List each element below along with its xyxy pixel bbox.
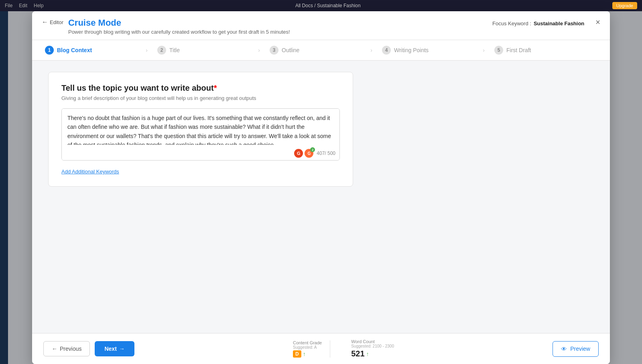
step-5-label: First Draft [506, 47, 531, 53]
char-count: 407/ 500 [317, 150, 335, 156]
footer-nav: ← Previous Next → [43, 341, 134, 356]
cruise-mode-modal: ← Editor Cruise Mode Power through blog … [32, 11, 610, 364]
step-3-chevron: › [370, 47, 372, 53]
word-count-suggested: Suggested: 2100 - 2300 [351, 344, 394, 348]
step-1-label: Blog Context [57, 47, 92, 53]
step-2-number: 2 [157, 46, 166, 55]
add-keywords-link[interactable]: Add Additional Keywords [61, 169, 119, 175]
content-grade-label: Content Grade [293, 340, 322, 345]
focus-keyword-value: Sustainable Fashion [534, 20, 584, 26]
word-count-value: 521 [351, 349, 364, 358]
step-4-label: Writing Points [394, 47, 429, 53]
step-2-chevron: › [258, 47, 260, 53]
step-outline[interactable]: 3 Outline › [265, 40, 377, 60]
content-grade-suggested: Suggested: A [293, 345, 317, 350]
step-title[interactable]: 2 Title › [152, 40, 265, 60]
textarea-footer: G G 2 407/ 500 [62, 146, 339, 160]
word-count-value-block: 521 ↑ [351, 349, 369, 358]
footer-metrics: Content Grade Suggested: A D ↑ Word Coun… [285, 339, 402, 358]
grammarly-g-icon: G [294, 149, 303, 158]
modal-title-block: Cruise Mode Power through blog writing w… [68, 18, 290, 35]
prev-arrow-icon: ← [52, 346, 57, 352]
back-label: Editor [50, 19, 63, 25]
grammarly-g2-icon: G 2 [305, 149, 313, 158]
focus-keyword-label: Focus Keyword : [492, 20, 531, 26]
top-bar-menu: File Edit Help [5, 3, 44, 8]
breadcrumb: All Docs / Sustainable Fashion [295, 3, 361, 8]
content-grade-value: D ↑ [293, 350, 306, 358]
top-bar: File Edit Help All Docs / Sustainable Fa… [0, 0, 642, 11]
menu-help[interactable]: Help [34, 3, 44, 8]
grammarly-badge: 2 [310, 147, 315, 152]
step-1-number: 1 [45, 46, 54, 55]
topic-description: Giving a brief description of your blog … [61, 95, 340, 101]
word-count-metric: Word Count Suggested: 2100 - 2300 521 ↑ [343, 339, 402, 358]
step-3-label: Outline [282, 47, 299, 53]
word-count-up-icon: ↑ [366, 351, 369, 357]
next-button[interactable]: Next → [95, 341, 134, 356]
footer-right: 👁 Preview [553, 341, 599, 357]
grade-badge: D [293, 350, 301, 358]
close-button[interactable]: × [595, 18, 600, 27]
eye-icon: 👁 [561, 346, 567, 352]
topic-heading: Tell us the topic you want to write abou… [61, 83, 340, 93]
menu-file[interactable]: File [5, 3, 12, 8]
preview-button[interactable]: 👁 Preview [553, 341, 599, 357]
topic-textarea-wrapper: G G 2 407/ 500 [61, 108, 340, 161]
top-bar-right: Upgrade [612, 2, 637, 9]
grammarly-icons: G G 2 [294, 149, 313, 158]
modal-title: Cruise Mode [68, 18, 290, 28]
step-4-chevron: › [483, 47, 485, 53]
modal-header: ← Editor Cruise Mode Power through blog … [32, 11, 610, 40]
topic-card: Tell us the topic you want to write abou… [48, 72, 353, 187]
modal-subtitle: Power through blog writing with our care… [68, 29, 290, 35]
steps-bar: 1 Blog Context › 2 Title › 3 Outline › 4… [32, 40, 610, 61]
upgrade-button[interactable]: Upgrade [612, 2, 637, 9]
step-2-label: Title [169, 47, 180, 53]
previous-button[interactable]: ← Previous [43, 341, 90, 356]
step-4-number: 4 [382, 46, 391, 55]
next-arrow-icon: → [119, 346, 125, 352]
step-5-number: 5 [494, 46, 503, 55]
modal-body: Tell us the topic you want to write abou… [32, 61, 610, 333]
word-count-label: Word Count [351, 339, 375, 344]
focus-keyword-block: Focus Keyword : Sustainable Fashion [492, 20, 584, 26]
step-blog-context[interactable]: 1 Blog Context › [40, 40, 152, 60]
topic-textarea[interactable] [62, 109, 339, 145]
required-star: * [214, 83, 217, 92]
modal-header-left: ← Editor Cruise Mode Power through blog … [42, 18, 290, 35]
content-grade-metric: Content Grade Suggested: A D ↑ [285, 340, 330, 358]
step-1-chevron: › [146, 47, 148, 53]
back-to-editor-button[interactable]: ← Editor [42, 18, 63, 26]
step-3-number: 3 [270, 46, 278, 55]
grade-up-icon: ↑ [303, 351, 306, 357]
menu-edit[interactable]: Edit [19, 3, 27, 8]
modal-footer: ← Previous Next → Content Grade Suggeste… [32, 333, 610, 364]
step-writing-points[interactable]: 4 Writing Points › [377, 40, 490, 60]
step-first-draft[interactable]: 5 First Draft [490, 40, 602, 60]
back-arrow-icon: ← [42, 18, 48, 26]
modal-header-right: Focus Keyword : Sustainable Fashion × [492, 18, 600, 27]
